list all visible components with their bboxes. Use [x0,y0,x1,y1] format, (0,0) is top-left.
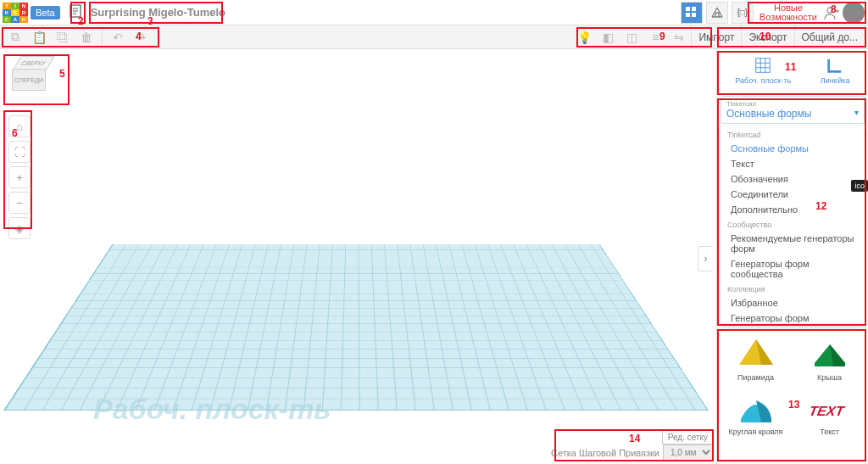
duplicate-button[interactable]: ⿻ [53,28,73,47]
mode-bricks-button[interactable]: {□} [732,2,754,24]
zoom-in-button[interactable]: + [8,166,31,188]
header-right: {□} НовыеВозможности [680,2,868,24]
tab-ruler[interactable]: Линейка [821,56,850,85]
undo-button[interactable]: ↶ [108,28,128,47]
icon-tooltip: ico [851,180,868,192]
toolbar: ⧉ 📋 ⿻ 🗑 ↶ ↷ 💡 ◧ ◫ ≡ ⇋ Импорт Экспорт Общ… [0,25,868,49]
dd-item[interactable]: Основные формы [721,141,865,156]
snap-bar: Сетка Шаговой Привязки 1,0 мм Ред. сетку [551,444,714,461]
svg-rect-4 [686,7,690,11]
avatar[interactable] [843,2,865,24]
viewcube-top[interactable]: СВЕРХУ [13,56,54,70]
canvas[interactable]: Рабоч. плоск-ть [0,49,716,464]
dd-item[interactable]: Генераторы форм сообщества [721,256,865,282]
paste-button[interactable]: 📋 [29,28,49,47]
app-header: TIN KER CAD Beta Surprising Migelo-Tumel… [0,0,868,25]
mirror-button[interactable]: ⇋ [669,28,689,47]
redo-button[interactable]: ↷ [131,28,152,47]
workplane-label: Рабоч. плоск-ть [93,393,331,426]
svg-rect-7 [692,13,696,17]
viewcube[interactable]: СВЕРХУ СПЕРЕДИ [12,56,54,98]
tab-workplane[interactable]: Рабоч. плоск-ть [735,56,791,85]
copy-button[interactable]: ⧉ [5,28,25,47]
share-button[interactable]: Общий до... [794,25,865,49]
dd-item[interactable]: Избранное [721,295,865,310]
delete-button[interactable]: 🗑 [76,28,97,47]
shape-text[interactable]: TEXT Текст [794,387,865,438]
project-title[interactable]: Surprising Migelo-Tumelo [91,6,225,19]
svg-rect-11 [756,59,771,73]
shapes-grid: Пирамида Крыша Круглая кровля TEXT Текст [717,329,868,441]
zoom-out-button[interactable]: − [8,192,31,214]
chevron-down-icon: ▾ [854,108,859,117]
dd-item[interactable]: Рекомендуемые генераторы форм [721,231,865,256]
bulb-button[interactable]: 💡 [574,28,594,47]
svg-rect-6 [686,13,690,17]
news-link[interactable]: НовыеВозможности [760,3,817,22]
viewcube-front[interactable]: СПЕРЕДИ [12,69,46,91]
ungroup-button[interactable]: ◫ [621,28,642,47]
dd-item[interactable]: Обозначения [721,171,865,187]
shape-pyramid[interactable]: Пирамида [721,333,791,383]
svg-text:TEXT: TEXT [810,403,846,418]
workplane-grid[interactable] [3,244,709,411]
edit-grid-button[interactable]: Ред. сетку [662,430,714,444]
mode-blocks-button[interactable] [706,2,728,24]
beta-badge: Beta [31,6,60,20]
category-select[interactable]: Tinkercad Основные формы ▾ [721,96,865,124]
mode-3d-button[interactable] [681,2,703,24]
svg-rect-5 [692,7,696,11]
category-dropdown: Tinkercad Основные формы Текст Обозначен… [721,127,865,326]
group-button[interactable]: ◧ [598,28,618,47]
shape-round-roof[interactable]: Круглая кровля [721,387,791,438]
panel-collapse-button[interactable]: › [698,246,713,271]
dd-item[interactable]: Текст [721,156,865,171]
snap-value-select[interactable]: 1,0 мм [663,444,714,461]
shape-roof[interactable]: Крыша [794,333,865,383]
dd-item[interactable]: Соединители [721,187,865,202]
ortho-toggle-button[interactable]: ◈ [8,217,31,239]
dd-item[interactable]: Генераторы форм [721,310,865,326]
fit-view-button[interactable]: ⛶ [8,141,31,163]
tinkercad-logo[interactable]: TIN KER CAD [3,3,28,23]
import-button[interactable]: Импорт [691,25,741,49]
snap-label: Сетка Шаговой Привязки [551,448,659,458]
dd-item[interactable]: Дополнительно [721,202,865,217]
